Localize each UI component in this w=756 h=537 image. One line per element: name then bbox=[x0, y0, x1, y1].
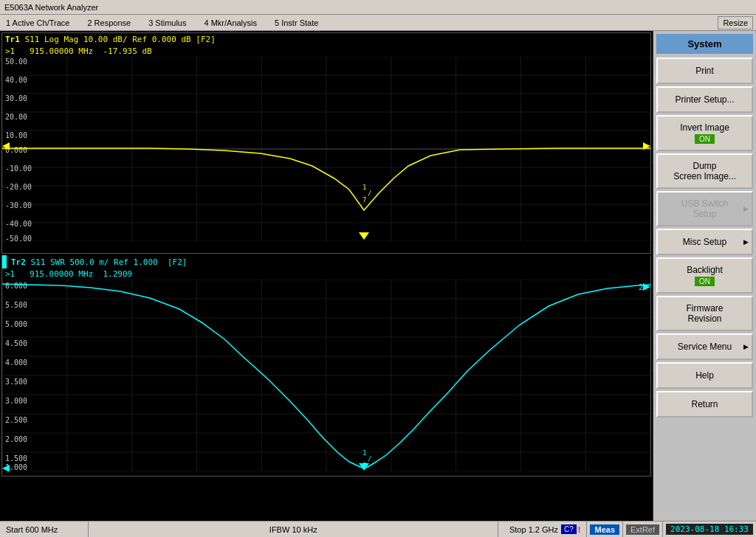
menu-bar: 1 Active Ch/Trace 2 Response 3 Stimulus … bbox=[0, 15, 756, 31]
menu-stimulus[interactable]: 3 Stimulus bbox=[145, 17, 189, 29]
trace-2-label[interactable]: Tr2 bbox=[11, 257, 26, 267]
trace-2-header: Tr2 S11 SWR 500.0 m/ Ref 1.000 [F2] bbox=[8, 256, 190, 268]
invert-image-badge: ON bbox=[695, 134, 715, 144]
svg-text:5.000: 5.000 bbox=[5, 320, 27, 328]
stop-freq: Stop 1.2 GHz C? ! bbox=[498, 522, 587, 537]
svg-text:4.000: 4.000 bbox=[5, 358, 27, 367]
svg-text:/: / bbox=[368, 455, 371, 462]
svg-text:7: 7 bbox=[362, 196, 366, 204]
trace-1-header: Tr1 S11 Log Mag 10.00 dB/ Ref 0.000 dB [… bbox=[2, 33, 650, 46]
extref-status: ExtRef bbox=[623, 522, 663, 537]
channel-badge: C? bbox=[561, 524, 577, 534]
backlight-badge: ON bbox=[695, 277, 715, 286]
title-bar: E5063A Network Analyzer bbox=[0, 0, 756, 15]
svg-text:-50.00: -50.00 bbox=[5, 235, 32, 241]
start-freq: Start 600 MHz bbox=[0, 522, 89, 537]
menu-active-ch[interactable]: 1 Active Ch/Trace bbox=[3, 17, 72, 29]
menu-mkr-analysis[interactable]: 4 Mkr/Analysis bbox=[201, 17, 260, 29]
svg-text:-20.00: -20.00 bbox=[5, 183, 32, 191]
trace-2-marker: >1 915.00000 MHz 1.2909 bbox=[2, 268, 650, 280]
svg-text:6.000: 6.000 bbox=[5, 282, 27, 290]
svg-text:30.00: 30.00 bbox=[5, 94, 27, 103]
printer-setup-button[interactable]: Printer Setup... bbox=[656, 86, 753, 113]
trace-1-label[interactable]: Tr1 bbox=[5, 35, 20, 44]
svg-text:2.000: 2.000 bbox=[5, 435, 27, 443]
firmware-revision-button[interactable]: Firmware Revision bbox=[656, 296, 753, 331]
svg-text:/: / bbox=[368, 190, 371, 197]
svg-text:-30.00: -30.00 bbox=[5, 201, 32, 209]
ifbw: IFBW 10 kHz bbox=[89, 522, 498, 537]
service-menu-button[interactable]: Service Menu bbox=[656, 333, 753, 360]
svg-text:-10.00: -10.00 bbox=[5, 164, 32, 173]
svg-text:3.500: 3.500 bbox=[5, 378, 27, 386]
svg-text:2.500: 2.500 bbox=[5, 416, 27, 424]
trace-1-container: Tr1 S11 Log Mag 10.00 dB/ Ref 0.000 dB [… bbox=[1, 32, 651, 254]
resize-button[interactable]: Resize bbox=[718, 16, 753, 30]
svg-text:-40.00: -40.00 bbox=[5, 220, 32, 228]
invert-image-button[interactable]: Invert Image ON bbox=[656, 115, 753, 151]
svg-text:1: 1 bbox=[362, 184, 366, 191]
right-panel: System Print Printer Setup... Invert Ima… bbox=[653, 31, 756, 521]
backlight-button[interactable]: Backlight ON bbox=[656, 257, 753, 294]
svg-text:20.00: 20.00 bbox=[5, 113, 27, 121]
svg-text:1: 1 bbox=[362, 449, 366, 457]
status-bar: Start 600 MHz IFBW 10 kHz Stop 1.2 GHz C… bbox=[0, 521, 756, 537]
svg-text:1.500: 1.500 bbox=[5, 454, 27, 462]
error-indicator: ! bbox=[578, 525, 581, 534]
dump-screen-button[interactable]: Dump Screen Image... bbox=[656, 153, 753, 189]
active-trace-indicator bbox=[2, 255, 7, 268]
chart-area: Tr1 S11 Log Mag 10.00 dB/ Ref 0.000 dB [… bbox=[0, 31, 653, 521]
misc-setup-button[interactable]: Misc Setup bbox=[656, 229, 753, 255]
help-button[interactable]: Help bbox=[656, 362, 753, 389]
svg-text:2: 2 bbox=[639, 283, 644, 292]
usb-switch-setup-button[interactable]: USB Switch Setup bbox=[656, 191, 753, 226]
meas-status[interactable]: Meas bbox=[587, 522, 623, 537]
trace-1-marker: >1 915.00000 MHz -17.935 dB bbox=[2, 46, 650, 57]
menu-instr-state[interactable]: 5 Instr State bbox=[272, 17, 321, 29]
print-button[interactable]: Print bbox=[656, 58, 753, 84]
trace-2-info: S11 SWR 500.0 m/ Ref 1.000 [F2] bbox=[31, 257, 188, 267]
svg-text:3.000: 3.000 bbox=[5, 397, 27, 405]
main-layout: Tr1 S11 Log Mag 10.00 dB/ Ref 0.000 dB [… bbox=[0, 31, 756, 521]
datetime-text: 2023-08-18 16:33 bbox=[666, 524, 753, 535]
app-title: E5063A Network Analyzer bbox=[4, 3, 98, 12]
extref-badge: ExtRef bbox=[626, 524, 659, 535]
svg-marker-38 bbox=[359, 232, 369, 240]
panel-title: System bbox=[656, 34, 753, 54]
svg-text:40.00: 40.00 bbox=[5, 76, 27, 84]
trace-1-info: S11 Log Mag 10.00 dB/ Ref 0.000 dB [F2] bbox=[25, 35, 216, 44]
meas-badge: Meas bbox=[590, 524, 619, 535]
menu-response[interactable]: 2 Response bbox=[84, 17, 134, 29]
svg-text:50.00: 50.00 bbox=[5, 58, 27, 66]
svg-text:4.500: 4.500 bbox=[5, 339, 27, 347]
svg-text:5.500: 5.500 bbox=[5, 301, 27, 309]
trace-1-svg: 50.00 40.00 30.00 20.00 10.00 0.000 -10.… bbox=[2, 57, 650, 241]
trace-2-container: Tr2 S11 SWR 500.0 m/ Ref 1.000 [F2] >1 9… bbox=[1, 255, 651, 477]
return-button[interactable]: Return bbox=[656, 391, 753, 418]
datetime-display: 2023-08-18 16:33 bbox=[663, 522, 756, 537]
trace-2-svg: 6.000 5.500 5.000 4.500 4.000 3.500 3.00… bbox=[2, 280, 650, 471]
svg-text:10.00: 10.00 bbox=[5, 131, 27, 139]
